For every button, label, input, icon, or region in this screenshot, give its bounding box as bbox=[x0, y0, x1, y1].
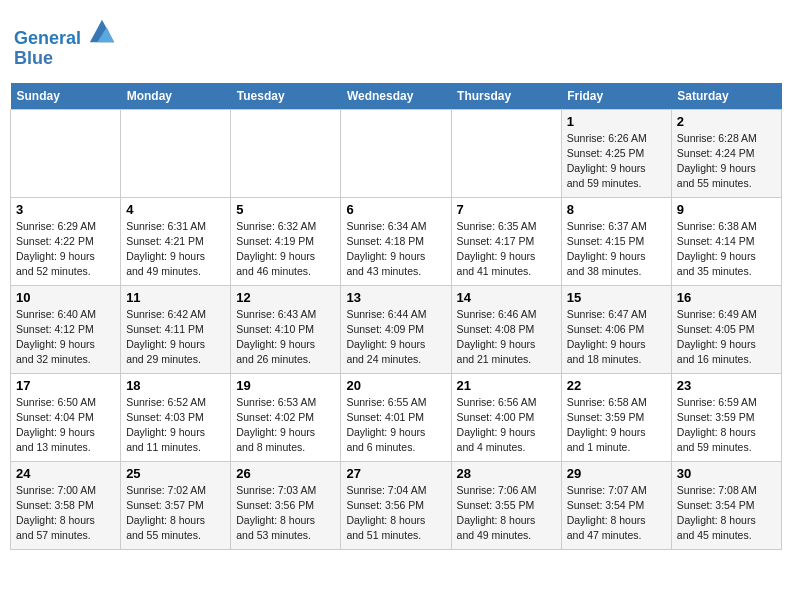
day-info: Sunrise: 7:08 AM Sunset: 3:54 PM Dayligh… bbox=[677, 483, 776, 544]
day-number: 17 bbox=[16, 378, 115, 393]
day-number: 15 bbox=[567, 290, 666, 305]
day-number: 10 bbox=[16, 290, 115, 305]
calendar-cell: 7Sunrise: 6:35 AM Sunset: 4:17 PM Daylig… bbox=[451, 197, 561, 285]
calendar-week-3: 10Sunrise: 6:40 AM Sunset: 4:12 PM Dayli… bbox=[11, 285, 782, 373]
weekday-header-monday: Monday bbox=[121, 83, 231, 110]
day-info: Sunrise: 6:56 AM Sunset: 4:00 PM Dayligh… bbox=[457, 395, 556, 456]
day-info: Sunrise: 6:50 AM Sunset: 4:04 PM Dayligh… bbox=[16, 395, 115, 456]
calendar-cell: 10Sunrise: 6:40 AM Sunset: 4:12 PM Dayli… bbox=[11, 285, 121, 373]
calendar-header: SundayMondayTuesdayWednesdayThursdayFrid… bbox=[11, 83, 782, 110]
day-number: 1 bbox=[567, 114, 666, 129]
day-info: Sunrise: 6:35 AM Sunset: 4:17 PM Dayligh… bbox=[457, 219, 556, 280]
calendar-week-5: 24Sunrise: 7:00 AM Sunset: 3:58 PM Dayli… bbox=[11, 461, 782, 549]
calendar-cell: 11Sunrise: 6:42 AM Sunset: 4:11 PM Dayli… bbox=[121, 285, 231, 373]
calendar-week-1: 1Sunrise: 6:26 AM Sunset: 4:25 PM Daylig… bbox=[11, 109, 782, 197]
calendar-cell bbox=[11, 109, 121, 197]
logo: General Blue bbox=[14, 16, 116, 69]
day-info: Sunrise: 6:31 AM Sunset: 4:21 PM Dayligh… bbox=[126, 219, 225, 280]
day-number: 4 bbox=[126, 202, 225, 217]
weekday-header-thursday: Thursday bbox=[451, 83, 561, 110]
calendar-cell: 15Sunrise: 6:47 AM Sunset: 4:06 PM Dayli… bbox=[561, 285, 671, 373]
calendar-week-4: 17Sunrise: 6:50 AM Sunset: 4:04 PM Dayli… bbox=[11, 373, 782, 461]
day-info: Sunrise: 7:02 AM Sunset: 3:57 PM Dayligh… bbox=[126, 483, 225, 544]
calendar-cell: 9Sunrise: 6:38 AM Sunset: 4:14 PM Daylig… bbox=[671, 197, 781, 285]
calendar-cell: 14Sunrise: 6:46 AM Sunset: 4:08 PM Dayli… bbox=[451, 285, 561, 373]
day-number: 12 bbox=[236, 290, 335, 305]
weekday-header-friday: Friday bbox=[561, 83, 671, 110]
day-number: 26 bbox=[236, 466, 335, 481]
day-number: 22 bbox=[567, 378, 666, 393]
day-number: 8 bbox=[567, 202, 666, 217]
calendar-cell: 22Sunrise: 6:58 AM Sunset: 3:59 PM Dayli… bbox=[561, 373, 671, 461]
calendar-cell: 17Sunrise: 6:50 AM Sunset: 4:04 PM Dayli… bbox=[11, 373, 121, 461]
day-number: 29 bbox=[567, 466, 666, 481]
day-info: Sunrise: 6:47 AM Sunset: 4:06 PM Dayligh… bbox=[567, 307, 666, 368]
day-number: 20 bbox=[346, 378, 445, 393]
day-number: 18 bbox=[126, 378, 225, 393]
calendar-cell: 29Sunrise: 7:07 AM Sunset: 3:54 PM Dayli… bbox=[561, 461, 671, 549]
day-number: 19 bbox=[236, 378, 335, 393]
calendar-cell: 20Sunrise: 6:55 AM Sunset: 4:01 PM Dayli… bbox=[341, 373, 451, 461]
day-number: 21 bbox=[457, 378, 556, 393]
day-number: 7 bbox=[457, 202, 556, 217]
day-number: 30 bbox=[677, 466, 776, 481]
calendar-cell: 3Sunrise: 6:29 AM Sunset: 4:22 PM Daylig… bbox=[11, 197, 121, 285]
calendar-cell: 6Sunrise: 6:34 AM Sunset: 4:18 PM Daylig… bbox=[341, 197, 451, 285]
calendar-cell: 4Sunrise: 6:31 AM Sunset: 4:21 PM Daylig… bbox=[121, 197, 231, 285]
day-info: Sunrise: 6:42 AM Sunset: 4:11 PM Dayligh… bbox=[126, 307, 225, 368]
day-number: 2 bbox=[677, 114, 776, 129]
logo-blue: Blue bbox=[14, 48, 53, 68]
day-info: Sunrise: 6:34 AM Sunset: 4:18 PM Dayligh… bbox=[346, 219, 445, 280]
day-info: Sunrise: 6:28 AM Sunset: 4:24 PM Dayligh… bbox=[677, 131, 776, 192]
day-number: 14 bbox=[457, 290, 556, 305]
day-info: Sunrise: 6:53 AM Sunset: 4:02 PM Dayligh… bbox=[236, 395, 335, 456]
weekday-header-saturday: Saturday bbox=[671, 83, 781, 110]
calendar-cell: 30Sunrise: 7:08 AM Sunset: 3:54 PM Dayli… bbox=[671, 461, 781, 549]
calendar-cell bbox=[451, 109, 561, 197]
day-number: 13 bbox=[346, 290, 445, 305]
calendar-week-2: 3Sunrise: 6:29 AM Sunset: 4:22 PM Daylig… bbox=[11, 197, 782, 285]
day-number: 11 bbox=[126, 290, 225, 305]
day-number: 3 bbox=[16, 202, 115, 217]
calendar-cell: 21Sunrise: 6:56 AM Sunset: 4:00 PM Dayli… bbox=[451, 373, 561, 461]
day-info: Sunrise: 6:44 AM Sunset: 4:09 PM Dayligh… bbox=[346, 307, 445, 368]
calendar-cell bbox=[121, 109, 231, 197]
calendar-cell: 2Sunrise: 6:28 AM Sunset: 4:24 PM Daylig… bbox=[671, 109, 781, 197]
logo-icon bbox=[88, 16, 116, 44]
day-info: Sunrise: 6:43 AM Sunset: 4:10 PM Dayligh… bbox=[236, 307, 335, 368]
day-number: 6 bbox=[346, 202, 445, 217]
day-number: 16 bbox=[677, 290, 776, 305]
day-info: Sunrise: 7:07 AM Sunset: 3:54 PM Dayligh… bbox=[567, 483, 666, 544]
day-info: Sunrise: 6:40 AM Sunset: 4:12 PM Dayligh… bbox=[16, 307, 115, 368]
calendar-cell: 27Sunrise: 7:04 AM Sunset: 3:56 PM Dayli… bbox=[341, 461, 451, 549]
weekday-header-sunday: Sunday bbox=[11, 83, 121, 110]
calendar-cell: 12Sunrise: 6:43 AM Sunset: 4:10 PM Dayli… bbox=[231, 285, 341, 373]
day-info: Sunrise: 7:03 AM Sunset: 3:56 PM Dayligh… bbox=[236, 483, 335, 544]
calendar-cell: 26Sunrise: 7:03 AM Sunset: 3:56 PM Dayli… bbox=[231, 461, 341, 549]
calendar-cell: 24Sunrise: 7:00 AM Sunset: 3:58 PM Dayli… bbox=[11, 461, 121, 549]
day-info: Sunrise: 6:38 AM Sunset: 4:14 PM Dayligh… bbox=[677, 219, 776, 280]
day-number: 9 bbox=[677, 202, 776, 217]
day-info: Sunrise: 6:26 AM Sunset: 4:25 PM Dayligh… bbox=[567, 131, 666, 192]
day-number: 24 bbox=[16, 466, 115, 481]
page-header: General Blue bbox=[10, 10, 782, 75]
day-info: Sunrise: 7:06 AM Sunset: 3:55 PM Dayligh… bbox=[457, 483, 556, 544]
day-info: Sunrise: 7:04 AM Sunset: 3:56 PM Dayligh… bbox=[346, 483, 445, 544]
day-info: Sunrise: 6:46 AM Sunset: 4:08 PM Dayligh… bbox=[457, 307, 556, 368]
day-number: 23 bbox=[677, 378, 776, 393]
calendar-table: SundayMondayTuesdayWednesdayThursdayFrid… bbox=[10, 83, 782, 550]
day-info: Sunrise: 6:59 AM Sunset: 3:59 PM Dayligh… bbox=[677, 395, 776, 456]
day-number: 25 bbox=[126, 466, 225, 481]
calendar-cell bbox=[341, 109, 451, 197]
day-info: Sunrise: 6:32 AM Sunset: 4:19 PM Dayligh… bbox=[236, 219, 335, 280]
day-info: Sunrise: 6:58 AM Sunset: 3:59 PM Dayligh… bbox=[567, 395, 666, 456]
calendar-cell: 5Sunrise: 6:32 AM Sunset: 4:19 PM Daylig… bbox=[231, 197, 341, 285]
calendar-cell: 16Sunrise: 6:49 AM Sunset: 4:05 PM Dayli… bbox=[671, 285, 781, 373]
day-info: Sunrise: 6:49 AM Sunset: 4:05 PM Dayligh… bbox=[677, 307, 776, 368]
calendar-cell: 18Sunrise: 6:52 AM Sunset: 4:03 PM Dayli… bbox=[121, 373, 231, 461]
calendar-cell bbox=[231, 109, 341, 197]
day-info: Sunrise: 7:00 AM Sunset: 3:58 PM Dayligh… bbox=[16, 483, 115, 544]
calendar-cell: 19Sunrise: 6:53 AM Sunset: 4:02 PM Dayli… bbox=[231, 373, 341, 461]
day-info: Sunrise: 6:52 AM Sunset: 4:03 PM Dayligh… bbox=[126, 395, 225, 456]
weekday-header-wednesday: Wednesday bbox=[341, 83, 451, 110]
